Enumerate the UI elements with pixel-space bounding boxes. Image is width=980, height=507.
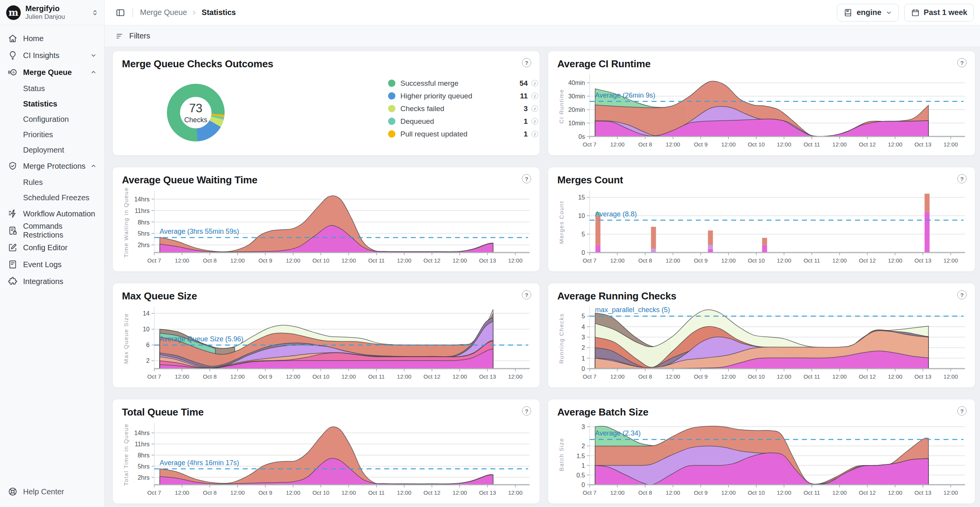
svg-text:Oct 11: Oct 11: [803, 257, 820, 264]
help-center-link[interactable]: Help Center: [0, 483, 72, 500]
help-icon[interactable]: ?: [957, 290, 967, 299]
svg-text:12:00: 12:00: [508, 373, 523, 380]
svg-text:30min: 30min: [568, 93, 585, 100]
chevron-down-icon: [885, 9, 892, 16]
svg-text:Oct 9: Oct 9: [694, 257, 708, 264]
svg-text:6: 6: [146, 342, 150, 348]
help-icon[interactable]: ?: [957, 174, 967, 183]
sidebar-item-label: Home: [23, 34, 97, 43]
info-icon[interactable]: i: [532, 93, 538, 99]
sidebar-item-rules[interactable]: Rules: [0, 175, 104, 190]
svg-text:12:00: 12:00: [888, 141, 903, 148]
help-icon[interactable]: ?: [522, 174, 531, 183]
svg-text:Oct 9: Oct 9: [694, 373, 708, 380]
info-icon[interactable]: i: [532, 105, 538, 112]
svg-text:0: 0: [582, 249, 585, 256]
chevron-up-icon: [90, 162, 97, 170]
sidebar-item-home[interactable]: Home: [0, 30, 104, 47]
sidebar-item-event-logs[interactable]: Event Logs: [0, 256, 104, 273]
svg-text:Average (4hrs 16min 17s): Average (4hrs 16min 17s): [160, 459, 239, 467]
sidebar-toggle-icon[interactable]: [115, 8, 125, 18]
svg-text:Oct 12: Oct 12: [859, 257, 876, 264]
org-switcher[interactable]: m Mergifyio Julien Danjou: [0, 0, 104, 25]
sidebar-item-label: Merge Protections: [23, 162, 90, 171]
time-range-button[interactable]: Past 1 week: [904, 4, 974, 22]
help-icon[interactable]: ?: [522, 406, 531, 416]
svg-text:12:00: 12:00: [453, 489, 467, 496]
svg-text:Oct 10: Oct 10: [748, 373, 765, 380]
svg-text:0: 0: [582, 482, 585, 488]
svg-text:12:00: 12:00: [610, 489, 625, 496]
svg-text:Max Queue Size: Max Queue Size: [123, 313, 129, 364]
breadcrumb-parent[interactable]: Merge Queue: [140, 8, 187, 17]
sidebar-item-priorities[interactable]: Priorities: [0, 127, 104, 142]
sidebar-item-ci-insights[interactable]: CI Insights: [0, 47, 104, 64]
sidebar-item-merge-protections[interactable]: Merge Protections: [0, 158, 104, 175]
chart-title: Average CI Runtime: [557, 58, 651, 70]
svg-text:Oct 7: Oct 7: [583, 489, 597, 496]
area-chart: Batch Size00.511.523Oct 712:00Oct 812:00…: [557, 420, 966, 499]
info-icon[interactable]: i: [532, 118, 538, 125]
svg-text:Total Time in Queue: Total Time in Queue: [123, 424, 129, 486]
svg-text:Oct 7: Oct 7: [583, 257, 597, 264]
svg-text:5hrs: 5hrs: [138, 230, 150, 237]
help-icon[interactable]: ?: [957, 58, 967, 67]
area-chart: Time Waiting in Queue2hrs5hrs8hrs11hrs14…: [122, 188, 530, 266]
help-icon[interactable]: ?: [957, 406, 967, 416]
chart-card-merges-count: Merges Count ? Merges Count051015Oct 712…: [548, 167, 975, 272]
chart-card-average-ci-runtime: Average CI Runtime ? CI Runtime0s10min20…: [548, 51, 975, 156]
svg-text:12:00: 12:00: [666, 489, 680, 496]
sidebar-item-label: CI Insights: [23, 51, 90, 60]
sidebar-nav: Home CI Insights n Merge Queue Status St…: [0, 25, 104, 290]
svg-text:Oct 7: Oct 7: [583, 373, 597, 380]
org-selector-icon: [91, 9, 99, 17]
filters-button[interactable]: Filters: [129, 32, 150, 40]
sidebar-item-deployment[interactable]: Deployment: [0, 142, 104, 158]
svg-text:Oct 13: Oct 13: [479, 257, 496, 264]
help-icon[interactable]: ?: [522, 58, 531, 67]
info-icon[interactable]: i: [532, 131, 538, 137]
svg-text:12:00: 12:00: [943, 257, 958, 264]
puzzle-icon: [8, 276, 18, 286]
svg-text:Oct 11: Oct 11: [368, 489, 385, 496]
svg-text:12:00: 12:00: [666, 373, 680, 380]
sidebar-item-integrations[interactable]: Integrations: [0, 273, 104, 290]
svg-text:14: 14: [143, 310, 150, 317]
repository-select[interactable]: engine: [837, 4, 898, 22]
svg-text:12:00: 12:00: [721, 373, 736, 380]
legend-label: Higher priority queued: [400, 92, 520, 100]
sidebar-item-config-editor[interactable]: Config Editor: [0, 239, 104, 256]
svg-text:12:00: 12:00: [508, 489, 523, 496]
info-icon[interactable]: i: [532, 80, 538, 86]
sidebar-item-configuration[interactable]: Configuration: [0, 111, 104, 127]
svg-text:Oct 12: Oct 12: [423, 373, 440, 380]
sidebar-item-statistics[interactable]: Statistics: [0, 96, 104, 111]
svg-text:Oct 10: Oct 10: [748, 141, 765, 148]
filter-icon: [115, 32, 125, 41]
sidebar-item-status[interactable]: Status: [0, 81, 104, 96]
sidebar-item-workflow-automation[interactable]: Workflow Automation: [0, 205, 104, 222]
svg-text:Oct 7: Oct 7: [147, 257, 161, 264]
svg-text:0: 0: [582, 366, 585, 372]
svg-text:12:00: 12:00: [721, 489, 736, 496]
svg-text:Oct 9: Oct 9: [258, 489, 272, 496]
svg-text:Oct 9: Oct 9: [258, 373, 272, 380]
legend-item: Pull request updated 1 i: [388, 128, 538, 140]
svg-text:Merges Count: Merges Count: [558, 201, 565, 244]
svg-text:12:00: 12:00: [508, 257, 523, 264]
svg-text:1: 1: [582, 355, 585, 362]
svg-text:12:00: 12:00: [453, 373, 467, 380]
svg-text:12:00: 12:00: [610, 373, 625, 380]
donut-total-value: 73: [189, 101, 202, 115]
svg-text:Oct 12: Oct 12: [859, 141, 876, 148]
sidebar-item-commands-restrictions[interactable]: Commands Restrictions: [0, 222, 104, 239]
svg-text:12:00: 12:00: [777, 141, 792, 148]
sidebar-item-scheduled-freezes[interactable]: Scheduled Freezes: [0, 190, 104, 205]
help-icon[interactable]: ?: [522, 290, 531, 299]
svg-text:Oct 8: Oct 8: [638, 489, 652, 496]
sidebar-item-merge-queue[interactable]: n Merge Queue: [0, 64, 104, 81]
svg-text:0.5: 0.5: [577, 472, 585, 479]
chart-card-average-queue-waiting-time: Average Queue Waiting Time ? Time Waitin…: [112, 167, 540, 272]
svg-text:Oct 13: Oct 13: [479, 373, 496, 380]
filters-bar: Filters: [105, 25, 980, 47]
